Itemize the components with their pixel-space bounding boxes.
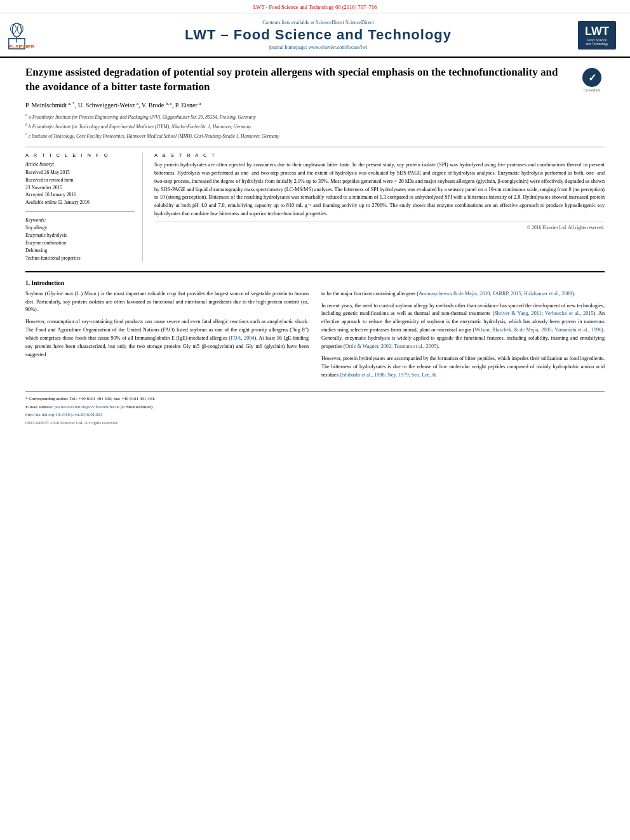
intro-p5: However, protein hydrolysates are accomp… <box>321 355 605 380</box>
article-history-heading: Article history: <box>25 161 135 167</box>
email-link[interactable]: pia.meinlschmidt@ivv.fraunhofer.de <box>55 404 120 410</box>
keywords-heading: Keywords: <box>25 217 135 223</box>
intro-p1: Soybean (Glycine max (L.) Merr.) is the … <box>25 290 309 315</box>
available-date: Available online 12 January 2016 <box>25 199 135 206</box>
affiliations-block: a a Fraunhofer Institute for Process Eng… <box>25 112 605 139</box>
sciencedirect-link[interactable]: ScienceDirect <box>345 20 374 25</box>
accepted-date: Accepted 10 January 2016 <box>25 191 135 199</box>
abstract-paragraph: Soy protein hydrolysates are often rejec… <box>154 161 605 218</box>
authors-line: P. Meinlschmidt a, *, U. Schweiggert-Wei… <box>25 101 605 109</box>
received-date: Received 26 May 2015 <box>25 169 135 177</box>
corresponding-author-note: * Corresponding author. Tel.: +49 8161 4… <box>25 396 605 403</box>
intro-p3: to be the major fractions containing all… <box>321 290 605 298</box>
affil-b: b b Fraunhofer Institute for Toxicology … <box>25 121 605 130</box>
intro-col-left: Soybean (Glycine max (L.) Merr.) is the … <box>25 290 309 384</box>
two-col-info-abstract: A R T I C L E I N F O Article history: R… <box>25 152 605 262</box>
article-info-heading: A R T I C L E I N F O <box>25 152 135 158</box>
svg-point-1 <box>12 23 21 37</box>
article-body: Enzyme assisted degradation of potential… <box>0 58 630 437</box>
article-info-column: A R T I C L E I N F O Article history: R… <box>25 152 143 262</box>
article-dates: Received 26 May 2015 Received in revised… <box>25 169 135 206</box>
svg-text:ELSEVIER: ELSEVIER <box>9 44 34 50</box>
keyword-5: Techno-functional properties <box>25 255 135 262</box>
journal-homepage: journal homepage: www.elsevier.com/locat… <box>71 44 565 50</box>
keyword-4: Debittering <box>25 247 135 255</box>
journal-top-header: LWT - Food Science and Technology 68 (20… <box>0 0 630 13</box>
journal-logo-right: LWT Food Scienceand Technology <box>572 21 622 50</box>
journal-main-title: LWT – Food Science and Technology <box>71 27 565 43</box>
intro-col-right: to be the major fractions containing all… <box>321 290 605 384</box>
lwt-logo-box: LWT Food Scienceand Technology <box>578 21 616 50</box>
article-title: Enzyme assisted degradation of potential… <box>25 65 573 95</box>
elsevier-logo: ELSEVIER <box>8 18 65 51</box>
introduction-content: Soybean (Glycine max (L.) Merr.) is the … <box>25 290 605 384</box>
intro-p2: However, consumption of soy-containing f… <box>25 318 309 359</box>
abstract-text: Soy protein hydrolysates are often rejec… <box>154 161 605 218</box>
issn-line: 0023-6438/© 2016 Elsevier Ltd. All right… <box>25 420 605 427</box>
introduction-section: 1. Introduction Soybean (Glycine max (L.… <box>25 280 605 384</box>
article-title-section: Enzyme assisted degradation of potential… <box>25 65 605 95</box>
sciencedirect-line: Contents lists available at ScienceDirec… <box>71 20 565 25</box>
affil-c: c c Institute of Toxicology, Core Facili… <box>25 131 605 140</box>
divider-1 <box>25 147 605 147</box>
received-revised-date: Received in revised form23 November 2015 <box>25 177 135 191</box>
keywords-list: Soy allergy Enzymatic hydrolysis Enzyme … <box>25 224 135 262</box>
copyright-line: © 2016 Elsevier Ltd. All rights reserved… <box>154 222 605 230</box>
keyword-3: Enzyme combination <box>25 239 135 247</box>
intro-p4: In recent years, the need to control soy… <box>321 302 605 352</box>
crossmark-label: CrossMark <box>584 88 601 92</box>
footnote-section: * Corresponding author. Tel.: +49 8161 4… <box>25 391 605 426</box>
affil-a: a a Fraunhofer Institute for Process Eng… <box>25 112 605 121</box>
divider-keywords <box>25 211 135 212</box>
email-note: E-mail address: pia.meinlschmidt@ivv.fra… <box>25 404 605 411</box>
keyword-1: Soy allergy <box>25 224 135 232</box>
keyword-2: Enzymatic hydrolysis <box>25 232 135 239</box>
journal-title-block: Contents lists available at ScienceDirec… <box>71 20 565 50</box>
main-divider <box>25 271 605 272</box>
journal-citation: LWT - Food Science and Technology 68 (20… <box>253 4 377 10</box>
crossmark-icon: ✓ <box>582 68 601 87</box>
crossmark-badge: ✓ CrossMark <box>579 68 605 92</box>
journal-header: ELSEVIER Contents lists available at Sci… <box>0 13 630 58</box>
abstract-heading: A B S T R A C T <box>154 152 605 158</box>
doi-line[interactable]: http://dx.doi.org/10.1016/j.lwt.2016.01.… <box>25 411 605 418</box>
abstract-column: A B S T R A C T Soy protein hydrolysates… <box>154 152 605 262</box>
section-heading-intro: 1. Introduction <box>25 280 605 286</box>
